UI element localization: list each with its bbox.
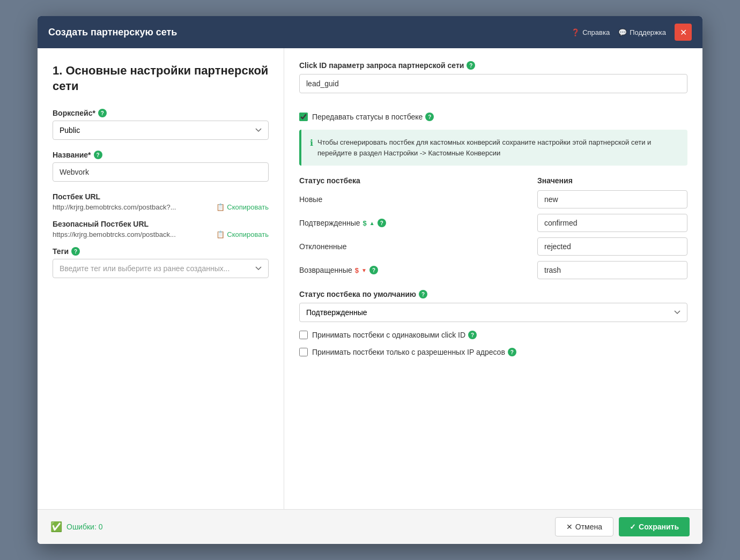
- default-status-label: Статус постбека по умолчанию ?: [299, 290, 687, 298]
- status-name-returned: Возвращенные $ ▼ ?: [299, 266, 537, 274]
- click-id-field: Click ID параметр запроса партнерской се…: [299, 61, 687, 102]
- modal-title: Создать партнерскую сеть: [48, 27, 177, 38]
- table-row: Подтвержденные $ ▲ ?: [299, 214, 687, 232]
- click-id-help-icon[interactable]: ?: [467, 61, 475, 70]
- modal-header: Создать партнерскую сеть ❓ Справка 💬 Под…: [38, 16, 702, 48]
- postback-url-row: http://krjrg.bemobtrcks.com/postback?...…: [53, 203, 269, 211]
- workspace-field: Воркспейс* ? Public Private: [53, 109, 269, 140]
- default-status-select[interactable]: Подтвержденные Новые Отклоненные Возвращ…: [299, 303, 687, 322]
- arrow-down-icon: ▼: [361, 267, 367, 273]
- click-id-duplicates-row: Принимать постбеки с одинаковыми click I…: [299, 331, 687, 339]
- dollar-down-icon: $: [355, 266, 359, 274]
- copy-icon: 📋: [216, 203, 225, 211]
- tags-label: Теги ?: [53, 247, 269, 256]
- right-panel: Click ID параметр запроса партнерской се…: [284, 48, 702, 509]
- cancel-button[interactable]: ✕ Отмена: [555, 517, 613, 536]
- safe-postback-url-row: https://krjrg.bemobtrcks.com/postback...…: [53, 230, 269, 238]
- modal-container: Создать партнерскую сеть ❓ Справка 💬 Под…: [38, 16, 702, 544]
- modal-body: 1. Основные настройки партнерской сети В…: [38, 48, 702, 509]
- copy-icon-2: 📋: [216, 230, 225, 238]
- returned-help-icon[interactable]: ?: [369, 266, 378, 274]
- info-icon: ℹ: [310, 138, 313, 148]
- safe-postback-url-field: Безопасный Постбек URL https://krjrg.bem…: [53, 220, 269, 238]
- postback-status-help-icon[interactable]: ?: [425, 113, 434, 121]
- safe-postback-url-copy-button[interactable]: 📋 Скопировать: [216, 230, 269, 238]
- confirmed-help-icon[interactable]: ?: [378, 219, 386, 227]
- status-name-rejected: Отклоненные: [299, 242, 537, 251]
- help-icon: ❓: [571, 28, 580, 36]
- section-title: 1. Основные настройки партнерской сети: [53, 63, 269, 94]
- postback-url-label: Постбек URL: [53, 192, 269, 201]
- name-label: Название* ?: [53, 151, 269, 159]
- status-col-header-2: Значения: [537, 176, 687, 185]
- status-name-confirmed: Подтвержденные $ ▲ ?: [299, 219, 537, 227]
- workspace-label: Воркспейс* ?: [53, 109, 269, 117]
- click-id-duplicates-label: Принимать постбеки с одинаковыми click I…: [312, 331, 477, 339]
- safe-postback-url-text: https://krjrg.bemobtrcks.com/postback...: [53, 230, 211, 238]
- workspace-select[interactable]: Public Private: [53, 121, 269, 140]
- help-button[interactable]: ❓ Справка: [571, 28, 610, 36]
- arrow-up-icon: ▲: [369, 220, 375, 226]
- check-icon: ✅: [50, 521, 62, 533]
- status-value-rejected[interactable]: [537, 237, 687, 256]
- table-row: Отклоненные: [299, 237, 687, 256]
- status-table-header: Статус постбека Значения: [299, 176, 687, 185]
- tags-field: Теги ? Введите тег или выберите из ранее…: [53, 247, 269, 278]
- click-id-input[interactable]: [299, 74, 687, 93]
- cb1-help-icon[interactable]: ?: [468, 331, 477, 339]
- close-button[interactable]: ✕: [675, 24, 692, 41]
- support-button[interactable]: 💬 Поддержка: [618, 28, 666, 36]
- header-actions: ❓ Справка 💬 Поддержка ✕: [571, 24, 692, 41]
- left-panel: 1. Основные настройки партнерской сети В…: [38, 48, 284, 509]
- default-status-section: Статус постбека по умолчанию ? Подтвержд…: [299, 290, 687, 322]
- status-value-returned[interactable]: [537, 261, 687, 279]
- save-button[interactable]: ✓ Сохранить: [619, 517, 690, 536]
- tags-help-icon[interactable]: ?: [71, 247, 80, 256]
- save-icon: ✓: [630, 522, 636, 531]
- cancel-icon: ✕: [566, 522, 573, 531]
- status-value-new[interactable]: [537, 190, 687, 208]
- postback-status-checkbox-row: Передавать статусы в постбеке ?: [299, 113, 687, 121]
- status-table: Статус постбека Значения Новые Подтвержд…: [299, 176, 687, 279]
- footer-actions: ✕ Отмена ✓ Сохранить: [555, 517, 690, 536]
- modal-footer: ✅ Ошибки: 0 ✕ Отмена ✓ Сохранить: [38, 509, 702, 544]
- ip-whitelist-checkbox[interactable]: [299, 348, 308, 356]
- click-id-label: Click ID параметр запроса партнерской се…: [299, 61, 687, 70]
- table-row: Возвращенные $ ▼ ?: [299, 261, 687, 279]
- dollar-up-icon: $: [363, 219, 367, 227]
- click-id-duplicates-checkbox[interactable]: [299, 331, 308, 339]
- postback-url-field: Постбек URL http://krjrg.bemobtrcks.com/…: [53, 192, 269, 211]
- name-input[interactable]: [53, 162, 269, 182]
- close-icon: ✕: [680, 27, 687, 38]
- status-col-header-1: Статус постбека: [299, 176, 537, 185]
- footer-errors: ✅ Ошибки: 0: [50, 521, 102, 533]
- info-text: Чтобы сгенерировать постбек для кастомны…: [317, 137, 679, 158]
- info-box: ℹ Чтобы сгенерировать постбек для кастом…: [299, 130, 687, 166]
- status-name-new: Новые: [299, 195, 537, 204]
- postback-url-copy-button[interactable]: 📋 Скопировать: [216, 203, 269, 211]
- safe-postback-url-label: Безопасный Постбек URL: [53, 220, 269, 228]
- support-icon: 💬: [618, 28, 627, 36]
- cb2-help-icon[interactable]: ?: [508, 348, 516, 356]
- table-row: Новые: [299, 190, 687, 208]
- tags-select[interactable]: Введите тег или выберите из ранее создан…: [53, 259, 269, 278]
- ip-whitelist-label: Принимать постбеки только с разрешенных …: [312, 348, 516, 356]
- name-field: Название* ?: [53, 151, 269, 182]
- postback-status-label: Передавать статусы в постбеке ?: [312, 113, 434, 121]
- ip-whitelist-row: Принимать постбеки только с разрешенных …: [299, 348, 687, 356]
- postback-status-checkbox[interactable]: [299, 113, 308, 121]
- status-value-confirmed[interactable]: [537, 214, 687, 232]
- postback-url-text: http://krjrg.bemobtrcks.com/postback?...: [53, 203, 211, 211]
- workspace-help-icon[interactable]: ?: [98, 109, 107, 117]
- name-help-icon[interactable]: ?: [94, 151, 102, 159]
- default-status-help-icon[interactable]: ?: [419, 290, 427, 298]
